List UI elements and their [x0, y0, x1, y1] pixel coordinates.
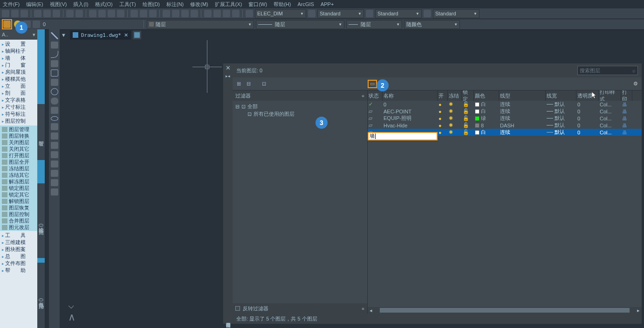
tree-item[interactable]: ▸符号标注	[0, 111, 37, 118]
pan-icon[interactable]	[163, 10, 170, 17]
menu-item[interactable]: 扩展工具(X)	[215, 1, 242, 8]
dim-style-dropdown[interactable]: ELEC_DIM▼	[255, 9, 306, 18]
iso-icon-4[interactable]	[232, 10, 240, 17]
tool-icon-7[interactable]	[191, 10, 198, 17]
tree-item[interactable]: ▸三维建模	[0, 239, 37, 246]
col-freeze[interactable]: 冻结	[448, 91, 462, 101]
redo-icon[interactable]	[75, 10, 83, 17]
spline-icon[interactable]	[51, 107, 58, 114]
sub-item[interactable]: 冻结其它	[0, 172, 37, 178]
settings-icon[interactable]: ⚙	[632, 80, 639, 87]
layer-row[interactable]: ✓0●✺🔓白连续默认0Col...🖶	[368, 101, 642, 108]
save-icon[interactable]	[21, 10, 28, 17]
tree-item[interactable]: ▸门 窗	[0, 62, 37, 69]
sub-item[interactable]: 图层管理	[0, 126, 37, 133]
sub-item[interactable]: 关闭图层	[0, 139, 37, 146]
menu-item[interactable]: 修改(M)	[190, 1, 208, 8]
menu-item[interactable]: APP+	[321, 1, 334, 7]
menu-item[interactable]: ArcGIS	[297, 1, 314, 7]
col-lock[interactable]: 锁定	[462, 91, 474, 101]
menu-item[interactable]: 工具(T)	[119, 1, 136, 8]
menu-item[interactable]: 标注(N)	[166, 1, 184, 8]
iso-icon-1[interactable]	[204, 10, 212, 17]
new-filter-icon[interactable]: ⊞	[235, 80, 242, 87]
zoom-icon[interactable]	[172, 10, 179, 17]
ray-icon[interactable]	[51, 42, 58, 49]
pin-panel-icon[interactable]: ▸◂	[224, 72, 232, 80]
cloud-icon[interactable]	[51, 98, 58, 105]
mleader-style-dropdown[interactable]: Standard▼	[433, 9, 480, 18]
sub-item[interactable]: 图层全开	[0, 159, 37, 165]
tree-item[interactable]: ▸房间屋顶	[0, 69, 37, 76]
new-tab-button[interactable]	[133, 31, 141, 39]
layer-row[interactable]: ▱墙●✺🔓白连续默认0Col...🖶	[368, 129, 642, 136]
paste-icon[interactable]	[53, 10, 60, 17]
layer-row[interactable]: ▱Hvac-Hide●✺🔓8DASH默认0Col...🖶	[368, 122, 642, 129]
tree-item[interactable]: ▸图层控制	[0, 118, 37, 125]
sub-item[interactable]: 解锁图层	[0, 198, 37, 204]
point-icon[interactable]	[51, 142, 58, 149]
text-style-icon[interactable]	[308, 10, 315, 17]
sub-item[interactable]: 关闭其它	[0, 146, 37, 152]
polyline-icon[interactable]	[51, 60, 58, 67]
copy-icon[interactable]	[43, 10, 51, 17]
close-panel-icon[interactable]: ✕	[224, 63, 232, 72]
layer-row[interactable]: ▱AEC-POINT●✺🔓白连续默认0Col...🖶	[368, 108, 642, 115]
new-icon[interactable]	[2, 10, 9, 17]
tree-item[interactable]: ▸楼梯其他	[0, 76, 37, 83]
arc2-icon[interactable]	[51, 79, 58, 86]
sub-item[interactable]: 图层控制	[0, 211, 37, 217]
layer-icon-3[interactable]	[33, 21, 40, 28]
ellipse-arc-icon[interactable]	[51, 123, 58, 130]
sub-item[interactable]: 打开图层	[0, 152, 37, 159]
hatch-icon[interactable]	[51, 151, 58, 158]
col-name[interactable]: 名称	[383, 91, 438, 101]
tree-item[interactable]: ▸剖 面	[0, 90, 37, 97]
new-layer-icon[interactable]: ▭	[370, 81, 375, 87]
col-color[interactable]: 颜色	[474, 91, 499, 101]
menu-item[interactable]: 帮助(H)	[274, 1, 291, 8]
color-dropdown[interactable]: 随层▼	[147, 20, 254, 29]
tool-icon-6[interactable]	[149, 10, 157, 17]
col-status[interactable]: 状态	[368, 91, 383, 101]
tool-icon-2[interactable]	[108, 10, 115, 17]
linetype-dropdown[interactable]: 随层▼	[256, 20, 344, 29]
mleader-style-icon[interactable]	[424, 10, 431, 17]
dim-icon[interactable]	[246, 10, 253, 17]
tree-item[interactable]: ▸帮 助	[0, 267, 37, 274]
table-style-icon[interactable]	[366, 10, 373, 17]
ellipse-icon[interactable]	[51, 116, 58, 121]
table-icon[interactable]	[51, 179, 58, 186]
region-icon[interactable]	[51, 170, 58, 177]
layer-states-icon[interactable]: ⊡	[260, 80, 267, 87]
vtab-hvac[interactable]: 暖智	[37, 104, 45, 160]
tree-item[interactable]: ▸文字表格	[0, 97, 37, 104]
scissors-icon[interactable]	[89, 10, 96, 17]
tree-item[interactable]: ▸文件布图	[0, 260, 37, 267]
menu-item[interactable]: 编辑(E)	[26, 1, 43, 8]
sub-item[interactable]: 解冻图层	[0, 178, 37, 185]
tool-icon-3[interactable]	[117, 10, 124, 17]
menu-item[interactable]: 插入(I)	[73, 1, 88, 8]
sub-item[interactable]: 合并图层	[0, 217, 37, 224]
vtab-elec[interactable]: 电气(民用)	[37, 263, 45, 328]
filter-root[interactable]: ⊟⊡全部	[235, 103, 364, 110]
h-scrollbar[interactable]: ◂ ▸	[368, 307, 642, 314]
layer-name-edit[interactable]: 墙	[368, 132, 438, 140]
tree-item[interactable]: ▸墙 体	[0, 55, 37, 62]
plot-color-dropdown[interactable]: 随颜色▼	[404, 20, 460, 29]
col-plot[interactable]: 打印	[621, 91, 632, 101]
iso-icon-2[interactable]	[213, 10, 221, 17]
block-icon[interactable]	[51, 133, 58, 140]
tool-icon-5[interactable]	[140, 10, 147, 17]
col-linetype[interactable]: 线型	[499, 91, 546, 101]
sub-item[interactable]: 锁定其它	[0, 191, 37, 198]
lineweight-dropdown[interactable]: 随层▼	[346, 20, 402, 29]
invert-filter-checkbox[interactable]	[235, 306, 240, 311]
table-style-dropdown[interactable]: Standard▼	[375, 9, 422, 18]
col-on[interactable]: 开	[438, 91, 448, 101]
sub-item[interactable]: 冻结图层	[0, 165, 37, 172]
cut-icon[interactable]	[34, 10, 41, 17]
tool-icon-1[interactable]	[98, 10, 106, 17]
layer-row[interactable]: ▱EQUIP-照明●✺🔓绿连续默认0Col...🖶	[368, 115, 642, 122]
